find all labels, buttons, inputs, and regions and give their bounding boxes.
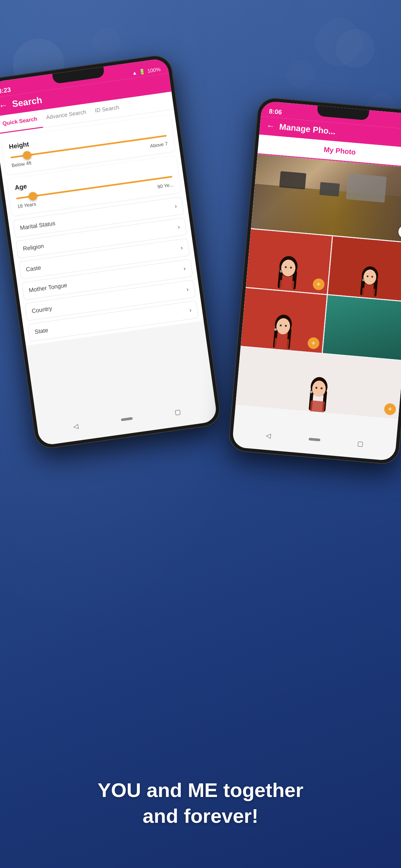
right-recents-nav[interactable]: ▢ xyxy=(355,438,366,449)
state-label: State xyxy=(34,327,49,336)
photo-grid: ✏️ xyxy=(235,154,401,419)
height-thumb[interactable] xyxy=(22,151,32,160)
wifi-icon: ▲ xyxy=(132,70,137,76)
height-min: Below 4ft xyxy=(11,160,32,168)
right-phone: 8:06 P ← Manage Pho... My Photo xyxy=(227,97,401,465)
left-header-title: Search xyxy=(11,95,42,110)
left-back-button[interactable]: ← xyxy=(0,100,8,112)
marital-status-chevron: › xyxy=(174,203,177,210)
tagline-line1: YOU and ME together xyxy=(0,777,401,803)
age-min: 18 Years xyxy=(17,201,36,209)
right-phone-screen: 8:06 P ← Manage Pho... My Photo xyxy=(232,101,401,461)
recents-nav-button[interactable]: ▢ xyxy=(173,407,183,417)
left-nav-buttons: ◁ ▢ xyxy=(37,402,216,436)
right-back-nav[interactable]: ◁ xyxy=(263,430,274,441)
left-status-icons: ▲ 🔋 100% xyxy=(132,66,161,76)
mother-tongue-chevron: › xyxy=(183,265,186,272)
avatar-photo-cell-3: + xyxy=(241,288,327,353)
svg-point-1 xyxy=(336,29,374,68)
right-header-title: Manage Pho... xyxy=(279,122,336,136)
height-max: Above 7 xyxy=(150,141,168,149)
left-time: 8:23 xyxy=(0,86,11,95)
religion-label: Religion xyxy=(23,243,44,252)
search-content: Height Below 4ft Above 7 Age xyxy=(0,110,204,345)
marital-status-label: Marital Status xyxy=(20,220,56,231)
age-thumb[interactable] xyxy=(28,191,37,201)
left-phone: 8:23 ▲ 🔋 100% ← Search Quick Search Adva… xyxy=(0,53,222,450)
tagline: YOU and ME together and forever! xyxy=(0,777,401,829)
right-back-button[interactable]: ← xyxy=(266,121,275,131)
religion-chevron: › xyxy=(177,223,180,230)
home-nav-button[interactable] xyxy=(121,417,133,421)
age-max: 90 Ye... xyxy=(157,182,174,190)
caste-chevron: › xyxy=(180,244,183,252)
country-chevron: › xyxy=(186,286,189,293)
svg-rect-26 xyxy=(274,338,289,350)
avatar-photo-cell-2 xyxy=(328,237,401,301)
country-label: Country xyxy=(31,305,52,315)
battery-percent: 100% xyxy=(147,66,161,74)
left-phone-screen: 8:23 ▲ 🔋 100% ← Search Quick Search Adva… xyxy=(0,58,218,446)
right-phone-frame: 8:06 P ← Manage Pho... My Photo xyxy=(227,97,401,465)
svg-rect-18 xyxy=(362,288,375,298)
avatar-photo-cell-1: + xyxy=(246,229,332,294)
right-nav-buttons: ◁ ▢ xyxy=(233,428,397,452)
back-nav-button[interactable]: ◁ xyxy=(70,421,81,432)
tagline-line2: and forever! xyxy=(0,803,401,829)
right-time: 8:06 xyxy=(269,107,282,116)
left-phone-frame: 8:23 ▲ 🔋 100% ← Search Quick Search Adva… xyxy=(0,53,222,450)
caste-label: Caste xyxy=(26,264,41,273)
workspace-photo-cell: ✏️ xyxy=(251,154,401,242)
state-chevron: › xyxy=(189,307,192,314)
mother-tongue-label: Mother Tongue xyxy=(28,282,68,294)
avatar-photo-cell-4 xyxy=(322,295,401,360)
svg-rect-34 xyxy=(310,400,325,413)
right-home-nav[interactable] xyxy=(309,438,320,441)
svg-rect-10 xyxy=(279,280,295,291)
battery-icon: 🔋 xyxy=(138,68,146,75)
